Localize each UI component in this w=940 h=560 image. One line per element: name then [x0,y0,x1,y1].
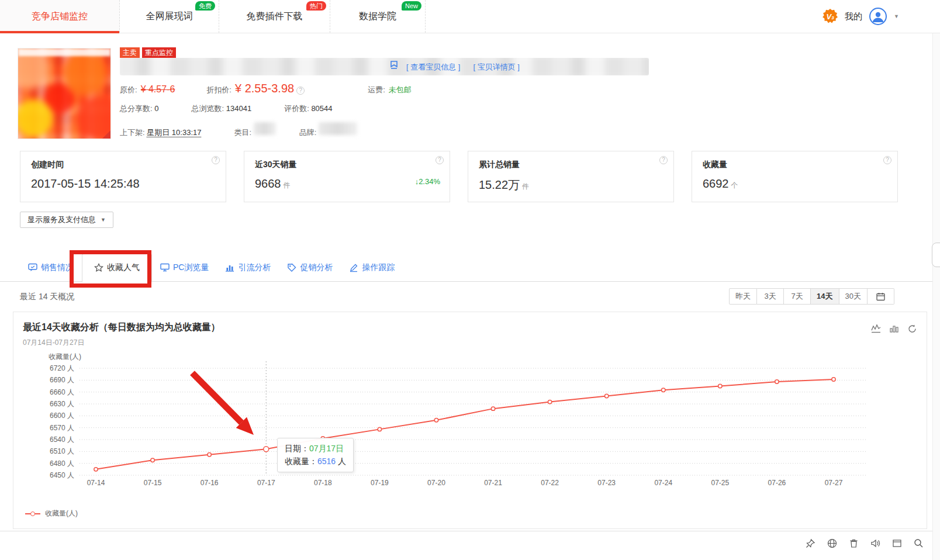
card-value: 15.22万件 [479,177,663,193]
refresh-icon[interactable] [907,324,917,334]
tab-label: 收藏人气 [107,262,140,273]
range-button-30天[interactable]: 30天 [839,288,868,305]
speaker-icon[interactable] [870,538,880,548]
badge-main-sell: 主卖 [120,47,140,58]
scrollbar[interactable] [932,33,940,560]
data-point-07-20[interactable] [434,419,438,422]
range-button-7天[interactable]: 7天 [784,288,811,305]
brand-label: 品牌: [299,127,317,138]
vip-level-icon[interactable]: V3 [822,9,838,24]
chevron-down-icon[interactable]: ▼ [894,13,899,19]
chart-legend[interactable]: 收藏量(人) [25,509,78,518]
pencil-icon [349,263,358,272]
svg-text:6660 人: 6660 人 [50,388,74,396]
svg-text:07-27: 07-27 [825,479,843,487]
item-detail-page-link[interactable]: [ 宝贝详情页 ] [473,62,519,72]
tooltip-date-label: 日期： [285,444,309,453]
calendar-icon[interactable] [868,288,894,305]
data-point-07-25[interactable] [718,384,722,388]
listing-row: 上下架: 星期日 10:33:17 类目: 品牌: [120,122,357,138]
tooltip-date-value: 07月17日 [309,444,344,453]
tab-PC浏览量[interactable]: PC浏览量 [152,254,217,282]
nav-tab-全网展现词[interactable]: 全网展现词免费 [120,0,219,33]
data-point-07-15[interactable] [151,458,154,462]
data-point-07-14[interactable] [94,468,98,471]
window-icon[interactable] [892,538,902,548]
trash-icon[interactable] [849,538,859,548]
stat-card-收藏量: ?收藏量6692个 [692,151,898,202]
svg-text:07-21: 07-21 [484,479,502,487]
data-point-07-27[interactable] [832,378,835,381]
tab-引流分析[interactable]: 引流分析 [217,254,279,282]
chat-icon [28,263,37,272]
help-icon[interactable]: ? [296,87,305,95]
tab-label: 操作跟踪 [362,262,395,273]
overview-title: 最近 14 天概况 [20,292,74,302]
svg-text:07-19: 07-19 [371,479,389,487]
chevron-down-icon: ▼ [101,217,106,223]
share-count-value: 0 [154,104,158,113]
show-service-payment-button[interactable]: 显示服务及支付信息▼ [20,212,113,228]
nav-tab-免费插件下载[interactable]: 免费插件下载热门 [219,0,330,33]
brand-value-blurred [319,122,357,135]
search-icon[interactable] [914,538,924,548]
data-point-07-23[interactable] [604,394,608,397]
data-point-07-26[interactable] [775,380,779,383]
tab-label: 销售情况 [41,262,74,273]
data-point-07-22[interactable] [548,400,551,403]
browser-icon[interactable] [827,538,837,548]
card-title: 近30天销量 [255,160,439,170]
card-title: 累计总销量 [479,160,663,170]
data-point-07-21[interactable] [491,407,495,410]
side-widget[interactable] [932,243,940,267]
card-title: 收藏量 [703,160,887,170]
svg-text:07-16: 07-16 [201,479,219,487]
line-chart-icon[interactable] [871,324,881,334]
tab-收藏人气[interactable]: 收藏人气 [82,254,152,282]
page: 竞争店铺监控全网展现词免费免费插件下载热门数据学院New V3 我的 ▼ 主卖 … [0,0,940,560]
nav-tab-label: 免费插件下载 [247,11,303,23]
pin-icon[interactable] [806,538,815,548]
category-label: 类目: [234,127,251,138]
tab-销售情况[interactable]: 销售情况 [20,254,82,282]
help-icon[interactable]: ? [659,156,668,164]
my-account-label[interactable]: 我的 [845,11,862,22]
platform-icon [390,61,398,71]
help-icon[interactable]: ? [212,156,220,164]
svg-text:07-17: 07-17 [257,479,275,487]
nav-badge: 热门 [306,1,326,11]
nav-tab-竞争店铺监控[interactable]: 竞争店铺监控 [0,0,120,33]
discount-price-value: ¥ 2.55-3.98 [235,82,294,95]
svg-text:07-15: 07-15 [144,479,162,487]
range-button-3天[interactable]: 3天 [757,288,784,305]
product-title-blurred [120,58,649,75]
nav-tab-label: 竞争店铺监控 [32,11,88,23]
stat-card-累计总销量: ?累计总销量15.22万件 [468,151,674,202]
chart-tooltip: 日期：07月17日 收藏量：6516 人 [277,438,354,472]
bar-chart-icon[interactable] [889,324,899,334]
tab-促销分析[interactable]: 促销分析 [279,254,341,282]
data-point-07-19[interactable] [378,427,381,431]
svg-text:6450 人: 6450 人 [50,471,74,479]
tab-操作跟踪[interactable]: 操作跟踪 [341,254,403,282]
data-point-07-17[interactable] [264,447,269,452]
product-image[interactable] [18,48,111,139]
data-point-07-16[interactable] [208,453,211,457]
data-point-07-24[interactable] [662,388,665,392]
nav-tab-数据学院[interactable]: 数据学院New [330,0,426,33]
svg-text:6630 人: 6630 人 [50,400,74,408]
help-icon[interactable]: ? [883,156,891,164]
orig-price-label: 原价: [120,85,137,95]
listing-time-value[interactable]: 星期日 10:33:17 [147,127,201,138]
svg-text:07-14: 07-14 [87,479,105,487]
avatar[interactable] [869,8,887,25]
badge-key-monitor: 重点监控 [142,47,176,58]
view-item-info-link[interactable]: [ 查看宝贝信息 ] [406,62,460,72]
svg-text:6600 人: 6600 人 [50,412,74,420]
stat-cards: ?创建时间2017-05-15 14:25:48?近30天销量9668件↓2.3… [20,151,898,202]
nav-badge: 免费 [195,1,215,11]
range-button-昨天[interactable]: 昨天 [729,288,757,305]
orig-price-value: ¥ 4.57-6 [141,84,175,95]
range-button-14天[interactable]: 14天 [811,288,839,305]
help-icon[interactable]: ? [436,156,444,164]
